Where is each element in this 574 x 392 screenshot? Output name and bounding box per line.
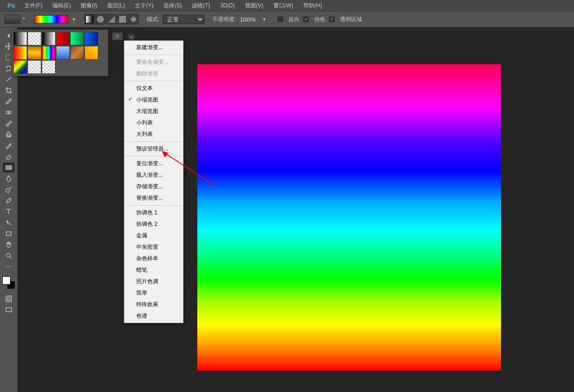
svg-rect-12 [6,308,11,312]
ctx-item-色谱[interactable]: 色谱 [124,310,183,322]
gradient-preset-14[interactable] [42,60,56,74]
gradient-dropdown-icon[interactable]: ▾ [72,16,76,22]
gradient-preset-7[interactable] [28,46,41,60]
transparency-label: 透明区域 [340,16,362,23]
menu-image[interactable]: 图像(I) [76,0,101,11]
gradient-preset-4[interactable] [70,32,84,45]
gradient-preset-11[interactable] [84,46,98,60]
ctx-item-大缩览图[interactable]: 大缩览图 [124,106,183,117]
canvas[interactable] [197,64,501,370]
ctx-item-杂色样本[interactable]: 杂色样本 [124,253,183,264]
ctx-item-金属[interactable]: 金属 [124,230,183,241]
opacity-input[interactable] [240,16,259,23]
color-swatches[interactable] [2,276,15,289]
ctx-item-预设管理器[interactable]: 预设管理器... [124,143,183,155]
svg-rect-6 [6,166,11,169]
gradient-preview[interactable] [34,15,68,23]
menu-window[interactable]: 窗口(W) [269,0,298,11]
screenmode-icon[interactable] [3,305,15,315]
gradient-angle-button[interactable] [106,14,117,24]
gradient-preset-2[interactable] [42,32,56,45]
gradient-preset-1[interactable] [28,32,41,45]
tool-preset-picker[interactable] [5,15,20,24]
rectangle-tool[interactable] [3,229,15,239]
ctx-item-小缩览图[interactable]: 小缩览图 [124,94,183,106]
gradient-radial-button[interactable] [95,14,106,24]
menu-type[interactable]: 文字(Y) [130,0,158,11]
edit-toolbar-icon[interactable]: ⋯ [3,262,15,272]
menu-help[interactable]: 帮助(H) [299,0,327,11]
gradient-type-group [84,14,139,24]
svg-point-7 [6,189,10,192]
ctx-item-协调色1[interactable]: 协调色 1 [124,207,183,218]
gradient-preset-13[interactable] [28,60,41,74]
svg-rect-8 [6,232,11,235]
ctx-item-大列表[interactable]: 大列表 [124,129,183,140]
zoom-tool[interactable] [3,251,15,261]
ctx-item-仅文本[interactable]: 仅文本 [124,83,183,94]
pen-tool[interactable] [3,196,15,206]
stamp-tool[interactable] [3,129,15,140]
mode-select[interactable]: 正常 [163,15,204,24]
menu-3d[interactable]: 3D(D) [216,1,240,10]
context-menu: 新建渐变...重命名渐变...删除渐变仅文本小缩览图大缩览图小列表大列表预设管理… [124,40,184,323]
opacity-label: 不透明度: [212,16,236,23]
gradient-preset-3[interactable] [56,32,70,45]
ctx-item-重命名渐变: 重命名渐变... [124,56,183,68]
eraser-tool[interactable] [3,151,15,162]
eyedropper-tool[interactable] [3,96,15,106]
menu-filter[interactable]: 滤镜(T) [187,0,214,11]
menu-edit[interactable]: 编辑(E) [48,0,75,11]
ctx-item-替换渐变[interactable]: 替换渐变... [124,192,183,204]
brush-tool[interactable] [3,118,15,129]
document-tab-close[interactable]: ✕ [128,34,135,40]
ctx-item-新建渐变[interactable]: 新建渐变... [124,42,183,53]
menu-layer[interactable]: 图层(L) [103,0,130,11]
transparency-checkbox[interactable] [329,17,334,22]
gradient-preset-0[interactable] [13,32,27,45]
ctx-item-特殊效果[interactable]: 特殊效果 [124,299,183,310]
svg-rect-0 [86,16,93,23]
type-tool[interactable] [3,207,15,217]
gear-icon[interactable] [112,32,123,40]
ctx-item-照片色调[interactable]: 照片色调 [124,276,183,287]
gradient-preset-6[interactable] [13,46,27,60]
reverse-checkbox[interactable] [278,17,283,22]
ctx-item-中灰密度[interactable]: 中灰密度 [124,241,183,253]
path-tool[interactable] [3,218,15,228]
reverse-label: 反向 [289,16,300,23]
gradient-reflected-button[interactable] [117,14,128,24]
ctx-item-蜡笔[interactable]: 蜡笔 [124,264,183,276]
crop-tool[interactable] [3,85,15,95]
quickmask-icon[interactable] [3,294,15,304]
blur-tool[interactable] [3,174,15,184]
heal-tool[interactable] [3,107,15,118]
ctx-item-载入渐变[interactable]: 载入渐变... [124,169,183,181]
menu-select[interactable]: 选择(S) [159,0,186,11]
dodge-tool[interactable] [3,185,15,195]
gradient-preset-5[interactable] [84,32,98,45]
ps-logo: Ps [4,2,19,9]
ctx-item-简单[interactable]: 简单 [124,287,183,299]
menu-view[interactable]: 视图(V) [240,0,268,11]
gradient-preset-panel [11,29,108,76]
gradient-diamond-button[interactable] [128,14,139,24]
history-brush-tool[interactable] [3,140,15,151]
hand-tool[interactable] [3,240,15,250]
dither-label: 仿色 [314,16,325,23]
foreground-color[interactable] [2,276,11,285]
ctx-item-复位渐变[interactable]: 复位渐变... [124,158,183,169]
ctx-item-小列表[interactable]: 小列表 [124,117,183,129]
gradient-preset-9[interactable] [56,46,70,60]
dither-checkbox[interactable] [303,17,309,22]
ctx-item-协调色2[interactable]: 协调色 2 [124,218,183,230]
menu-file[interactable]: 文件(F) [20,0,47,11]
ctx-item-存储渐变[interactable]: 存储渐变... [124,181,183,192]
options-bar: ▾ 模式: 正常 不透明度: ▾ 反向 仿色 透明区域 [0,11,574,28]
gradient-preset-8[interactable] [42,46,56,60]
gradient-preset-12[interactable] [13,60,27,74]
gradient-tool[interactable] [3,162,15,173]
svg-point-11 [7,297,10,300]
gradient-preset-10[interactable] [70,46,84,60]
gradient-linear-button[interactable] [84,14,95,24]
